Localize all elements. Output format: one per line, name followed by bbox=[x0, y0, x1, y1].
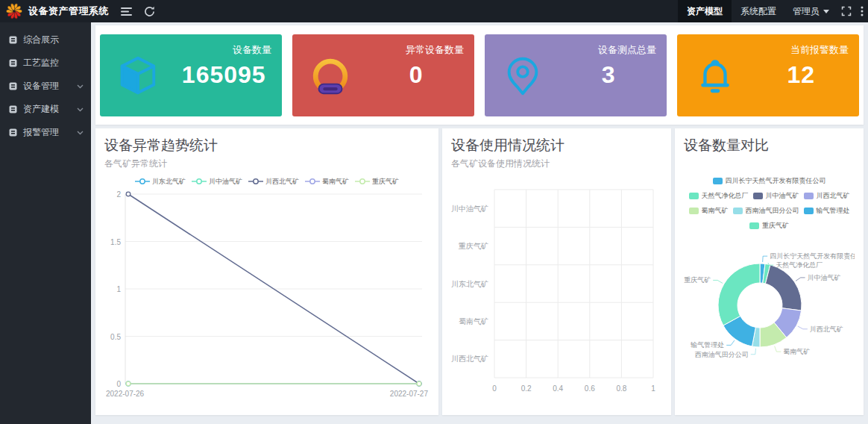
stat-card-label: 设备测点总量 bbox=[598, 43, 656, 57]
svg-text:川中油气矿: 川中油气矿 bbox=[808, 274, 841, 281]
navbar-right: 资产模型 系统配置 管理员 bbox=[678, 0, 868, 22]
legend-item[interactable]: 西南油气田分公司 bbox=[733, 206, 799, 216]
stats-panel: 设备数量165095异常设备数量0设备测点总量3当前报警数量12 bbox=[95, 25, 864, 125]
legend-item[interactable]: 川西北气矿 bbox=[804, 191, 850, 201]
svg-text:0: 0 bbox=[492, 384, 497, 393]
legend-item[interactable]: 川东北气矿 bbox=[135, 177, 186, 187]
sidebar-item-label: 资产建模 bbox=[23, 103, 59, 116]
svg-text:输气管理处: 输气管理处 bbox=[690, 341, 724, 349]
chevron-down-icon bbox=[77, 131, 84, 135]
legend-swatch bbox=[689, 193, 699, 199]
svg-text:蜀南气矿: 蜀南气矿 bbox=[783, 348, 810, 355]
stat-card: 设备测点总量3 bbox=[485, 34, 667, 116]
sidebar: 综合展示工艺监控设备管理资产建模报警管理 bbox=[0, 22, 91, 424]
chart-subtitle: 各气矿设备使用情况统计 bbox=[451, 158, 662, 170]
document-icon bbox=[9, 59, 17, 67]
legend-label: 输气管理处 bbox=[817, 206, 850, 216]
svg-text:重庆气矿: 重庆气矿 bbox=[684, 276, 711, 284]
chevron-down-icon bbox=[77, 107, 84, 112]
chart-card-device-compare: 设备数量对比 四川长宁天然气开发有限责任公司天然气净化总厂川中油气矿川西北气矿蜀… bbox=[675, 128, 864, 415]
svg-text:四川长宁天然气开发有限责任公司: 四川长宁天然气开发有限责任公司 bbox=[770, 252, 855, 260]
svg-text:0.5: 0.5 bbox=[110, 333, 121, 341]
user-menu[interactable]: 管理员 bbox=[785, 5, 837, 18]
legend-item[interactable]: 川中油气矿 bbox=[753, 191, 799, 201]
stat-card-label: 异常设备数量 bbox=[406, 43, 464, 57]
menu-collapse-icon[interactable] bbox=[121, 7, 132, 16]
nav-link-system-config[interactable]: 系统配置 bbox=[732, 0, 785, 22]
line-chart: 00.511.522022-07-262022-07-27 bbox=[104, 187, 430, 405]
nav-link-asset-model[interactable]: 资产模型 bbox=[678, 0, 732, 22]
stat-card-value: 12 bbox=[787, 61, 815, 89]
legend-label: 蜀南气矿 bbox=[702, 206, 729, 216]
legend-item[interactable]: 重庆气矿 bbox=[355, 177, 399, 187]
legend-swatch bbox=[713, 178, 723, 184]
donut-chart-legend: 四川长宁天然气开发有限责任公司天然气净化总厂川中油气矿川西北气矿蜀南气矿西南油气… bbox=[684, 176, 855, 231]
chevron-down-icon bbox=[77, 84, 84, 89]
svg-text:川西北气矿: 川西北气矿 bbox=[810, 325, 843, 333]
sidebar-item[interactable]: 综合展示 bbox=[0, 28, 91, 52]
svg-text:0.6: 0.6 bbox=[585, 384, 595, 393]
stat-card: 设备数量165095 bbox=[100, 34, 282, 116]
document-icon bbox=[9, 128, 17, 137]
stat-card: 异常设备数量0 bbox=[292, 34, 474, 116]
petro-flower-icon bbox=[6, 3, 22, 19]
sidebar-item-label: 报警管理 bbox=[23, 126, 59, 139]
svg-text:0.8: 0.8 bbox=[616, 384, 626, 393]
legend-item[interactable]: 四川长宁天然气开发有限责任公司 bbox=[713, 176, 826, 186]
sidebar-item[interactable]: 设备管理 bbox=[0, 75, 91, 98]
legend-label: 西南油气田分公司 bbox=[746, 206, 799, 216]
sidebar-item[interactable]: 资产建模 bbox=[0, 98, 91, 121]
stat-card-value: 3 bbox=[602, 61, 616, 89]
svg-text:川东北气矿: 川东北气矿 bbox=[451, 280, 488, 288]
bar-chart: 00.20.40.60.81川中油气矿重庆气矿川东北气矿蜀南气矿川西北气矿 bbox=[451, 181, 662, 405]
svg-text:川西北气矿: 川西北气矿 bbox=[451, 355, 488, 363]
legend-swatch bbox=[804, 193, 814, 199]
svg-text:重庆气矿: 重庆气矿 bbox=[458, 242, 488, 250]
document-icon bbox=[9, 105, 17, 113]
legend-label: 重庆气矿 bbox=[762, 221, 789, 231]
svg-text:0: 0 bbox=[116, 380, 121, 388]
svg-text:0.2: 0.2 bbox=[521, 384, 532, 393]
charts-row: 设备异常趋势统计 各气矿异常统计 川东北气矿川中油气矿川西北气矿蜀南气矿重庆气矿… bbox=[95, 128, 864, 415]
cube-icon bbox=[100, 34, 176, 116]
legend-item[interactable]: 输气管理处 bbox=[804, 206, 850, 216]
sidebar-item[interactable]: 报警管理 bbox=[0, 121, 91, 144]
stat-card-value: 0 bbox=[409, 61, 424, 89]
legend-item[interactable]: 重庆气矿 bbox=[749, 221, 789, 231]
legend-swatch bbox=[804, 208, 814, 214]
legend-item[interactable]: 川西北气矿 bbox=[248, 177, 299, 187]
svg-text:川中油气矿: 川中油气矿 bbox=[451, 205, 488, 213]
alarm-ring-icon bbox=[292, 34, 368, 116]
chevron-down-icon bbox=[823, 10, 829, 13]
refresh-icon[interactable] bbox=[144, 6, 155, 17]
legend-item[interactable]: 蜀南气矿 bbox=[689, 206, 729, 216]
chart-card-usage: 设备使用情况统计 各气矿设备使用情况统计 00.20.40.60.81川中油气矿… bbox=[442, 128, 671, 415]
sidebar-item-label: 工艺监控 bbox=[23, 57, 59, 69]
document-icon bbox=[9, 82, 17, 90]
legend-label: 四川长宁天然气开发有限责任公司 bbox=[726, 176, 826, 186]
stat-card: 当前报警数量12 bbox=[677, 34, 859, 116]
legend-label: 川西北气矿 bbox=[817, 191, 850, 201]
legend-item[interactable]: 天然气净化总厂 bbox=[689, 191, 749, 201]
app-title: 设备资产管理系统 bbox=[28, 4, 109, 18]
chart-title: 设备数量对比 bbox=[684, 136, 855, 155]
top-navbar: 设备资产管理系统 资产模型 系统配置 管理员 bbox=[0, 0, 868, 22]
legend-item[interactable]: 川中油气矿 bbox=[192, 177, 242, 187]
app-logo bbox=[6, 3, 22, 19]
fullscreen-icon[interactable] bbox=[841, 6, 852, 16]
chart-title: 设备异常趋势统计 bbox=[104, 136, 430, 155]
svg-text:1: 1 bbox=[116, 285, 121, 293]
svg-text:1.5: 1.5 bbox=[110, 238, 121, 246]
legend-item[interactable]: 蜀南气矿 bbox=[305, 177, 349, 187]
chart-card-abnormal-trend: 设备异常趋势统计 各气矿异常统计 川东北气矿川中油气矿川西北气矿蜀南气矿重庆气矿… bbox=[95, 128, 438, 415]
legend-label: 天然气净化总厂 bbox=[702, 191, 749, 201]
donut-chart: 四川长宁天然气开发有限责任公司天然气净化总厂川中油气矿川西北气矿蜀南气矿西南油气… bbox=[684, 231, 855, 415]
sidebar-item-label: 设备管理 bbox=[23, 80, 59, 93]
user-menu-label: 管理员 bbox=[793, 5, 820, 18]
svg-text:2022-07-26: 2022-07-26 bbox=[106, 390, 145, 398]
stat-card-value: 165095 bbox=[182, 61, 266, 89]
sidebar-item[interactable]: 工艺监控 bbox=[0, 52, 91, 75]
kebab-menu-icon[interactable] bbox=[861, 6, 864, 16]
svg-text:2: 2 bbox=[116, 190, 121, 199]
main-content: 设备数量165095异常设备数量0设备测点总量3当前报警数量12 设备异常趋势统… bbox=[91, 22, 868, 424]
